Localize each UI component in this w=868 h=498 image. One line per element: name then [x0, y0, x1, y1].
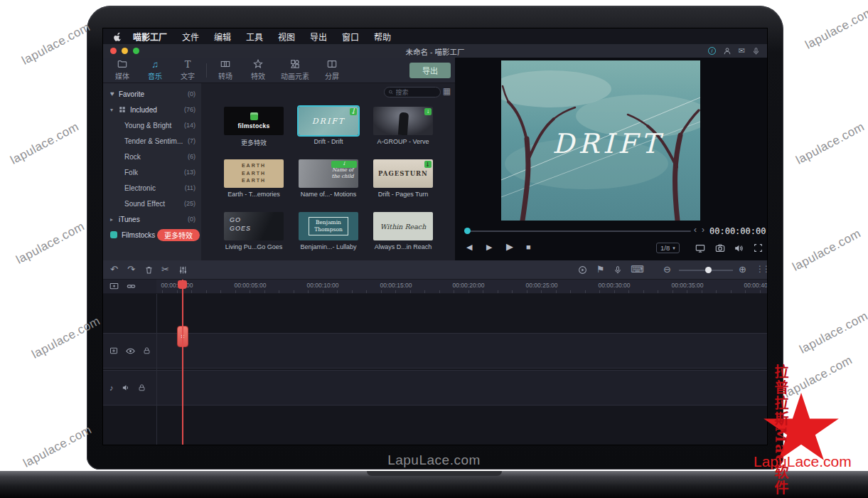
media-item-withinreach[interactable]: Within Reach Always D...in Reach [373, 212, 433, 250]
panel-grip-icon[interactable]: ⋮⋮ [756, 264, 767, 274]
tab-music[interactable]: ♫ 音乐 [139, 60, 171, 81]
tab-media[interactable]: 媒体 [106, 59, 139, 81]
rewind-button[interactable]: ◀ [466, 242, 472, 252]
menu-file[interactable]: 文件 [182, 31, 199, 43]
sidebar-item-favorite[interactable]: ♥ Favorite (0) [103, 86, 201, 102]
account-icon[interactable] [723, 47, 732, 55]
download-icon[interactable]: ↓ [331, 161, 357, 168]
menu-edit[interactable]: 编辑 [214, 31, 231, 43]
media-item-earth[interactable]: EARTH EARTH EARTH Earth - T...emories [224, 159, 284, 198]
search-input[interactable] [396, 89, 436, 96]
more-effects-button[interactable]: 更多特效 [157, 229, 200, 241]
media-item-gogoes[interactable]: GO GOES Living Pu...Go Goes [224, 212, 284, 250]
menu-help[interactable]: 帮助 [374, 31, 391, 43]
redo-icon[interactable]: ↷ [127, 265, 135, 275]
voiceover-mic-icon[interactable] [614, 265, 622, 275]
playhead-line[interactable] [182, 280, 183, 445]
lock-icon[interactable] [138, 383, 146, 392]
track-media-icon[interactable] [109, 346, 118, 355]
adjust-mixer-icon[interactable] [178, 265, 188, 275]
render-preview-icon[interactable] [578, 265, 587, 275]
timeline-ruler[interactable]: 00:00:00:00 00:00:05:00 00:00:10:00 00:0… [156, 280, 767, 294]
undo-icon[interactable]: ↶ [110, 265, 118, 275]
play-button[interactable]: ▶ [486, 242, 492, 252]
add-track-icon[interactable] [109, 282, 119, 291]
feedback-icon[interactable]: ✉ [739, 46, 745, 55]
sidebar-item-folk[interactable]: Folk (13) [103, 164, 201, 180]
sidebar-item-young-bright[interactable]: Young & Bright (14) [103, 117, 201, 133]
sidebar-item-itunes[interactable]: ▸ iTunes (0) [103, 211, 201, 227]
menu-tools[interactable]: 工具 [246, 31, 263, 43]
seek-handle[interactable] [464, 228, 471, 234]
dual-screen-icon[interactable] [695, 243, 705, 253]
seek-bar[interactable] [465, 231, 691, 232]
download-icon[interactable]: ↓ [424, 108, 432, 115]
zoom-slider-handle[interactable] [705, 267, 712, 273]
tab-splitscreen[interactable]: 分屏 [316, 59, 348, 81]
media-thumbnail[interactable]: filmstocks [224, 107, 284, 135]
delete-icon[interactable] [144, 265, 154, 275]
sidebar-item-tender[interactable]: Tender & Sentim... (7) [103, 133, 201, 149]
download-icon[interactable]: ↓ [350, 108, 357, 115]
download-icon[interactable]: ↓ [424, 161, 432, 168]
volume-icon[interactable] [734, 243, 744, 253]
snapshot-camera-icon[interactable] [715, 243, 725, 253]
chevron-right-icon[interactable]: ▸ [110, 216, 116, 223]
lock-icon[interactable] [143, 346, 151, 355]
mic-icon[interactable] [752, 47, 760, 55]
tab-effects[interactable]: 特效 [242, 59, 274, 81]
search-box[interactable] [384, 87, 441, 97]
tab-elements[interactable]: 动画元素 [274, 59, 316, 81]
sidebar-item-rock[interactable]: Rock (6) [103, 149, 201, 164]
sidebar-item-electronic[interactable]: Electronic (11) [103, 180, 201, 196]
media-item-verve[interactable]: ↓ A-GROUP - Verve [373, 107, 433, 145]
menu-window[interactable]: 窗口 [342, 31, 359, 43]
sidebar-item-filmstocks[interactable]: Filmstocks 更多特效 [103, 227, 201, 243]
tab-text[interactable]: T 文字 [171, 60, 204, 81]
chevron-down-icon[interactable]: ▾ [110, 107, 116, 113]
tab-transitions[interactable]: 转场 [209, 59, 242, 81]
mute-speaker-icon[interactable] [122, 383, 130, 392]
link-icon[interactable] [127, 282, 136, 291]
frame-forward-icon[interactable]: › [702, 225, 704, 235]
media-thumbnail[interactable]: Name of the child ↓ [299, 159, 358, 188]
media-thumbnail[interactable]: PAGESTURN ↓ [373, 159, 433, 188]
apple-menu-icon[interactable] [113, 32, 122, 41]
watermark: lapulace.com [21, 423, 95, 471]
marker-flag-icon[interactable]: ⚑ [596, 265, 605, 275]
playback-quality-select[interactable]: 1/8 ▾ [656, 243, 680, 253]
media-thumbnail[interactable]: EARTH EARTH EARTH [224, 159, 284, 188]
frame-back-icon[interactable]: ‹ [694, 225, 697, 235]
media-item-filmstocks[interactable]: filmstocks 更多特效 [224, 107, 284, 147]
video-track[interactable] [103, 333, 767, 369]
media-thumbnail-selected[interactable]: DRIFT ↓ [299, 107, 358, 135]
info-icon[interactable]: i [708, 47, 716, 55]
grid-view-icon[interactable]: ▦ [443, 86, 451, 96]
eye-icon[interactable] [126, 346, 135, 356]
sidebar-count: (13) [184, 169, 195, 176]
playhead-handle[interactable] [178, 280, 187, 289]
media-thumbnail[interactable]: Benjamin Thompson [299, 212, 358, 240]
media-item-drift[interactable]: DRIFT ↓ Drift - Drift [299, 107, 358, 145]
sidebar-item-included[interactable]: ▾ Included (76) [103, 102, 201, 117]
export-button[interactable]: 导出 [409, 63, 451, 78]
menu-export[interactable]: 导出 [310, 31, 327, 43]
media-item-pagesturn[interactable]: PAGESTURN ↓ Drift - Pages Turn [373, 159, 433, 198]
media-thumbnail[interactable]: GO GOES [224, 212, 284, 240]
media-thumbnail[interactable]: Within Reach [373, 212, 433, 240]
sidebar-count: (0) [188, 90, 195, 97]
media-item-nameof[interactable]: Name of the child ↓ Name of...- Motions [299, 159, 358, 198]
zoom-out-icon[interactable]: ⊖ [663, 265, 671, 275]
sidebar-item-sound-effect[interactable]: Sound Effect (25) [103, 196, 201, 211]
audio-track[interactable] [103, 370, 767, 406]
menu-view[interactable]: 视图 [278, 31, 295, 43]
keyboard-shortcut-icon[interactable]: ⌨ [631, 265, 644, 275]
menu-app-name[interactable]: 喵影工厂 [133, 31, 167, 43]
split-scissors-icon[interactable]: ✂ [161, 265, 169, 275]
fullscreen-icon[interactable] [754, 243, 763, 253]
stop-button[interactable]: ■ [526, 242, 531, 252]
fast-forward-button[interactable]: ▶ [506, 242, 513, 252]
zoom-in-icon[interactable]: ⊕ [739, 265, 746, 275]
media-item-benjamin[interactable]: Benjamin Thompson Benjamin...- Lullaby [299, 212, 358, 250]
media-thumbnail[interactable]: ↓ [373, 107, 433, 135]
